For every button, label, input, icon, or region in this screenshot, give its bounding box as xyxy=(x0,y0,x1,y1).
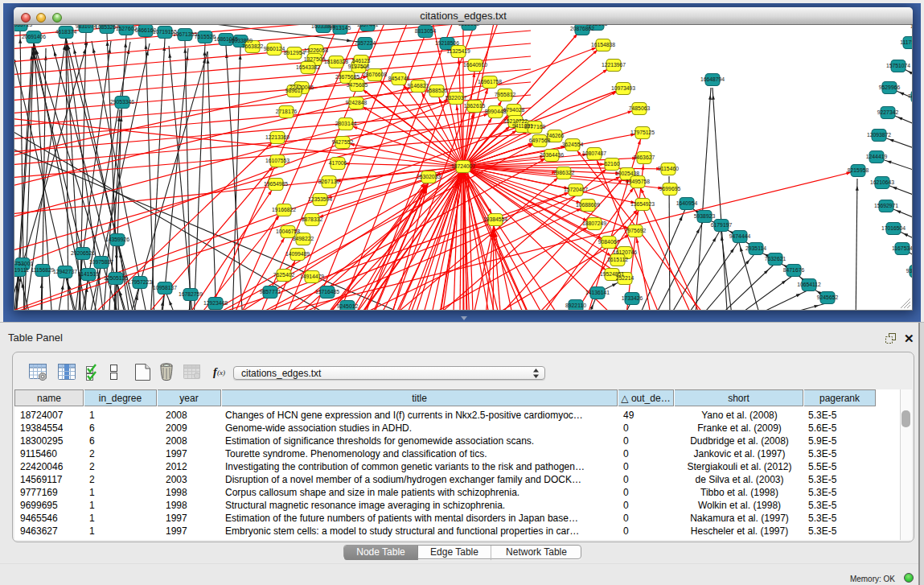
svg-text:9245012: 9245012 xyxy=(337,303,359,309)
svg-text:4618374: 4618374 xyxy=(55,29,77,35)
svg-text:12505135: 12505135 xyxy=(104,275,128,281)
svg-text:1132541: 1132541 xyxy=(910,25,912,29)
svg-text:9245652: 9245652 xyxy=(817,295,839,300)
svg-text:3624554: 3624554 xyxy=(562,142,584,147)
svg-text:17975125: 17975125 xyxy=(630,130,655,135)
svg-text:2803144: 2803144 xyxy=(335,121,357,126)
svg-text:9913145: 9913145 xyxy=(330,25,351,31)
svg-text:15751074: 15751074 xyxy=(886,63,910,68)
svg-text:9699695: 9699695 xyxy=(659,186,681,192)
svg-text:1327509: 1327509 xyxy=(304,56,326,62)
svg-text:9474444: 9474444 xyxy=(729,233,751,239)
svg-text:9227342: 9227342 xyxy=(877,109,899,115)
svg-text:1244419: 1244419 xyxy=(866,154,888,159)
svg-text:12942737: 12942737 xyxy=(53,269,77,274)
svg-text:9857771: 9857771 xyxy=(260,289,281,295)
svg-text:11325419: 11325419 xyxy=(446,48,470,54)
svg-text:417006: 417006 xyxy=(329,160,347,166)
svg-text:3475685: 3475685 xyxy=(347,82,368,88)
svg-text:62160: 62160 xyxy=(605,161,620,167)
svg-text:25302033: 25302033 xyxy=(417,174,441,179)
svg-text:15720407: 15720407 xyxy=(564,187,588,192)
svg-text:1527602: 1527602 xyxy=(116,26,138,31)
svg-text:9084067: 9084067 xyxy=(598,239,620,245)
svg-text:11156829: 11156829 xyxy=(31,267,54,273)
svg-text:9427552: 9427552 xyxy=(332,139,354,145)
svg-text:16033809: 16033809 xyxy=(228,38,253,43)
svg-text:9860124: 9860124 xyxy=(264,46,285,51)
svg-text:9323401: 9323401 xyxy=(906,268,912,274)
svg-text:14359926: 14359926 xyxy=(105,237,129,242)
svg-text:17957223: 17957223 xyxy=(128,279,152,285)
svg-text:5322037: 5322037 xyxy=(446,95,467,101)
svg-text:2718176: 2718176 xyxy=(276,109,298,114)
svg-text:8471676: 8471676 xyxy=(783,267,805,273)
svg-text:10973493: 10973493 xyxy=(611,85,635,91)
svg-text:3919111: 3919111 xyxy=(14,267,29,273)
svg-text:8498222: 8498222 xyxy=(293,236,314,241)
svg-text:7515526: 7515526 xyxy=(195,34,216,39)
svg-text:18724007: 18724007 xyxy=(451,163,475,169)
svg-text:6179197: 6179197 xyxy=(711,222,733,228)
svg-text:1640954: 1640954 xyxy=(676,200,698,206)
svg-text:6794028: 6794028 xyxy=(503,107,525,113)
svg-text:20206526: 20206526 xyxy=(71,250,95,256)
svg-text:7632621: 7632621 xyxy=(765,256,786,262)
svg-text:16210643: 16210643 xyxy=(870,179,894,185)
svg-text:14136141: 14136141 xyxy=(585,290,610,295)
svg-text:12213967: 12213967 xyxy=(602,62,626,68)
svg-text:8267130: 8267130 xyxy=(318,179,340,184)
svg-text:14914479: 14914479 xyxy=(300,274,324,279)
svg-text:13654923: 13654923 xyxy=(630,201,655,207)
svg-text:16107553: 16107553 xyxy=(265,158,290,163)
svg-text:8454749: 8454749 xyxy=(388,76,410,81)
svg-text:16782759: 16782759 xyxy=(179,291,203,297)
svg-text:9831074: 9831074 xyxy=(76,25,97,29)
svg-text:1615112: 1615112 xyxy=(607,257,628,262)
svg-text:5938923: 5938923 xyxy=(694,213,716,219)
svg-text:23675685: 23675685 xyxy=(335,74,359,80)
svg-text:9115460: 9115460 xyxy=(658,166,679,171)
svg-text:14099489: 14099489 xyxy=(285,251,310,257)
svg-text:1141519: 1141519 xyxy=(78,271,99,277)
svg-text:1857441: 1857441 xyxy=(357,25,379,27)
svg-text:10807487: 10807487 xyxy=(582,150,606,156)
svg-text:19384554: 19384554 xyxy=(483,216,507,222)
svg-text:10688609: 10688609 xyxy=(576,202,600,208)
svg-text:7357224: 7357224 xyxy=(355,40,376,46)
svg-text:9529966: 9529966 xyxy=(879,84,901,90)
svg-text:1733426: 1733426 xyxy=(622,295,643,301)
svg-text:9777169: 9777169 xyxy=(524,124,546,130)
svg-text:19218506: 19218506 xyxy=(435,40,459,46)
svg-text:16648794: 16648794 xyxy=(700,76,725,82)
svg-text:8878332: 8878332 xyxy=(302,216,323,222)
svg-text:29053346: 29053346 xyxy=(110,99,134,105)
svg-text:16640910: 16640910 xyxy=(463,62,487,68)
svg-text:7485021: 7485021 xyxy=(908,93,912,99)
svg-text:10975887: 10975887 xyxy=(89,259,113,265)
svg-text:8912954: 8912954 xyxy=(284,50,306,56)
svg-text:8922110: 8922110 xyxy=(565,303,586,308)
svg-text:6497568: 6497568 xyxy=(529,138,551,143)
svg-text:546123: 546123 xyxy=(352,58,371,64)
svg-text:9242848: 9242848 xyxy=(346,100,368,105)
svg-text:1558812: 1558812 xyxy=(458,25,480,27)
svg-text:1362615: 1362615 xyxy=(464,103,486,109)
svg-text:16543382: 16543382 xyxy=(296,64,320,70)
svg-text:14055713: 14055713 xyxy=(14,25,32,27)
svg-text:19654985: 19654985 xyxy=(264,181,288,187)
svg-text:7485063: 7485063 xyxy=(629,105,651,111)
svg-text:7975692: 7975692 xyxy=(625,228,647,233)
svg-text:8813054: 8813054 xyxy=(415,28,437,34)
svg-text:(x): (x) xyxy=(217,369,225,377)
svg-text:16154838: 16154838 xyxy=(591,42,615,47)
svg-text:28676608: 28676608 xyxy=(363,72,387,77)
svg-text:252214: 252214 xyxy=(616,275,634,281)
svg-text:13716485: 13716485 xyxy=(315,289,339,295)
svg-text:12923448: 12923448 xyxy=(203,300,228,306)
svg-text:12213369: 12213369 xyxy=(265,134,290,140)
svg-text:17016504: 17016504 xyxy=(881,225,906,231)
svg-text:18807249: 18807249 xyxy=(582,220,606,226)
svg-text:1588520: 1588520 xyxy=(426,88,448,93)
svg-text:1753001: 1753001 xyxy=(14,261,33,266)
